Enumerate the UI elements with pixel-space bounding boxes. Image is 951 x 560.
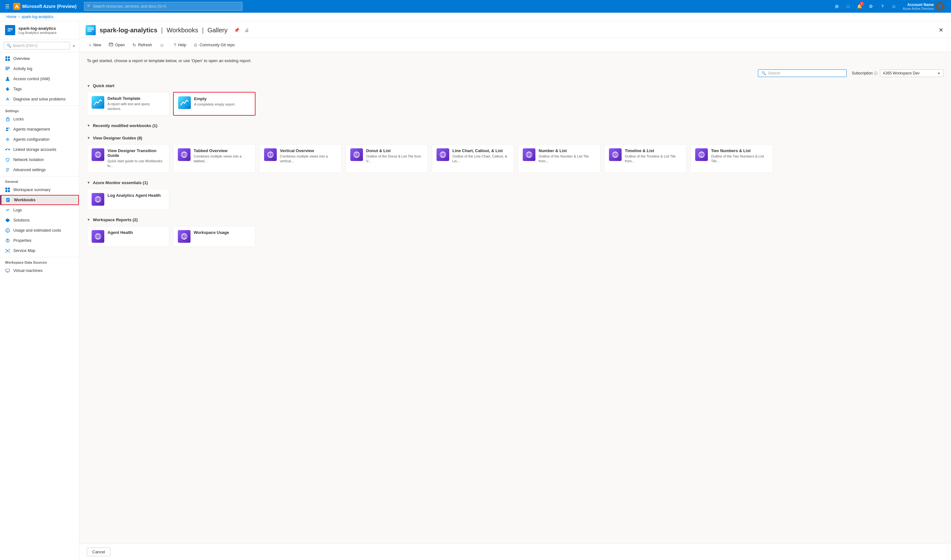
open-button[interactable]: Open — [106, 40, 128, 49]
sidebar-item-properties[interactable]: Properties — [0, 235, 79, 246]
feedback-btn[interactable]: ☺ — [889, 1, 899, 11]
subscription-info-icon[interactable]: ⓘ — [874, 71, 877, 76]
card-vd-transition[interactable]: View Designer Transition Guide Quick sta… — [87, 144, 169, 173]
settings-btn[interactable]: ⚙ — [866, 1, 876, 11]
sidebar-item-overview[interactable]: Overview — [0, 54, 79, 64]
sidebar-search-box[interactable]: 🔍 — [4, 42, 70, 49]
card-default-template[interactable]: Default Template A report with text and … — [87, 92, 169, 116]
sidebar-item-diagnose[interactable]: Diagnose and solve problems — [0, 94, 79, 104]
card-timeline-list-icon — [609, 148, 622, 161]
help-btn[interactable]: ? — [877, 1, 888, 11]
card-tabbed-overview-body: Tabbed Overview Combines multiple views … — [194, 148, 251, 164]
sidebar-item-workspace-summary[interactable]: Workspace summary — [0, 185, 79, 195]
recently-modified-title: Recently modified workbooks (1) — [93, 123, 157, 128]
topbar-search-input[interactable] — [93, 4, 240, 9]
card-vd-transition-icon — [92, 148, 104, 161]
community-button[interactable]: ⊙ Community Git repo — [191, 41, 238, 49]
card-vertical-overview[interactable]: Vertical Overview Combines multiple view… — [259, 144, 342, 173]
sidebar-item-virtual-machines[interactable]: Virtual machines — [0, 266, 79, 276]
sidebar-item-network-isolation[interactable]: Network Isolation — [0, 155, 79, 165]
account-menu[interactable]: Account Name Azure Active Directory 👤 — [900, 1, 947, 12]
view-designer-header[interactable]: ▼ View Designer Guides (8) — [87, 135, 943, 140]
access-control-icon — [5, 76, 10, 82]
sidebar-item-logs[interactable]: Logs — [0, 205, 79, 215]
print-icon[interactable]: 🖨 — [245, 28, 249, 33]
cloud-shell-btn[interactable]: □ — [843, 1, 853, 11]
sidebar-item-workbooks[interactable]: Workbooks — [0, 195, 79, 205]
portal-btn[interactable]: ⊞ — [832, 1, 842, 11]
sidebar-item-advanced-settings[interactable]: Advanced settings — [0, 165, 79, 175]
page-sep2: | — [202, 27, 203, 34]
settings-section-label: Settings — [0, 106, 79, 114]
page-title-row: spark-log-analytics | Workbooks | Galler… — [86, 25, 249, 35]
svg-point-10 — [7, 77, 9, 79]
sidebar-item-service-map[interactable]: Service Map — [0, 246, 79, 256]
topbar-logo-text: Microsoft Azure (Preview) — [22, 4, 76, 9]
sidebar-item-tags-label: Tags — [13, 87, 22, 91]
workspace-reports-header[interactable]: ▼ Workspace Reports (2) — [87, 217, 943, 222]
card-log-analytics-agent-health-body: Log Analytics Agent Health — [108, 193, 165, 199]
card-number-list-body: Number & List Outline of the Number & Li… — [539, 148, 596, 164]
topbar-actions: ⊞ □ 🔔 7 ⚙ ? ☺ Account Name Azure Active … — [832, 1, 947, 12]
sidebar-item-solutions[interactable]: Solutions — [0, 215, 79, 225]
card-agent-health[interactable]: Agent Health — [87, 226, 169, 247]
breadcrumb-home[interactable]: Home — [6, 15, 17, 19]
sidebar-item-usage-costs[interactable]: $ Usage and estimated costs — [0, 225, 79, 235]
sidebar-item-tags[interactable]: Tags — [0, 84, 79, 94]
card-log-analytics-agent-health[interactable]: Log Analytics Agent Health — [87, 189, 169, 210]
pin-icon[interactable]: 📌 — [234, 28, 239, 33]
sidebar-subtitle: Log Analytics workspace — [18, 31, 57, 35]
card-vd-transition-title: View Designer Transition Guide — [108, 148, 165, 158]
sidebar-collapse-btn[interactable]: « — [72, 43, 75, 48]
card-number-list[interactable]: Number & List Outline of the Number & Li… — [518, 144, 600, 173]
sidebar-search-input[interactable] — [13, 43, 67, 48]
view-designer-cards-grid: View Designer Transition Guide Quick sta… — [87, 144, 943, 173]
page-close-btn[interactable]: ✕ — [937, 25, 945, 35]
azure-monitor-header[interactable]: ▼ Azure Monitor essentials (1) — [87, 180, 943, 185]
feedback-button[interactable]: ☺ — [157, 41, 169, 49]
sidebar-item-linked-storage[interactable]: Linked storage accounts — [0, 145, 79, 155]
hamburger-menu[interactable]: ☰ — [4, 2, 11, 11]
recently-modified-section: ▼ Recently modified workbooks (1) — [87, 123, 943, 128]
card-number-list-icon — [523, 148, 536, 161]
refresh-button[interactable]: ↻ Refresh — [129, 41, 155, 49]
recently-modified-header[interactable]: ▼ Recently modified workbooks (1) — [87, 123, 943, 128]
workspace-reports-cards-grid: Agent Health — [87, 226, 943, 247]
card-empty[interactable]: Empty A completely empty report. — [173, 92, 255, 116]
svg-point-37 — [6, 249, 7, 250]
card-donut-list[interactable]: Donut & List Outline of the Donut & List… — [346, 144, 428, 173]
gallery-filter-row: 🔍 Subscription ⓘ A365 Workspace Dev ▼ — [87, 69, 943, 77]
svg-rect-50 — [88, 29, 94, 30]
card-two-numbers-list[interactable]: Two Numbers & List Outline of the Two Nu… — [691, 144, 773, 173]
svg-rect-49 — [88, 28, 94, 29]
sidebar-item-locks[interactable]: Locks — [0, 114, 79, 124]
card-donut-list-desc: Outline of the Donut & List Tile from V.… — [366, 154, 423, 164]
new-button[interactable]: + New — [86, 41, 104, 49]
card-two-numbers-list-body: Two Numbers & List Outline of the Two Nu… — [711, 148, 768, 164]
gallery-search-input[interactable] — [768, 71, 843, 75]
subscription-chevron-icon: ▼ — [937, 72, 940, 75]
notifications-btn[interactable]: 🔔 7 — [855, 1, 865, 11]
workspace-data-sources-label: Workspace Data Sources — [0, 257, 79, 266]
svg-point-15 — [8, 128, 9, 129]
sidebar-item-agents-management[interactable]: Agents management — [0, 124, 79, 134]
sidebar-item-activity-log[interactable]: Activity log — [0, 64, 79, 74]
card-line-chart[interactable]: Line Chart, Callout, & List Outline of t… — [432, 144, 514, 173]
breadcrumb-resource[interactable]: spark-log-analytics — [22, 15, 53, 19]
card-timeline-list[interactable]: Timeline & List Outline of the Timeline … — [604, 144, 686, 173]
sidebar-search-icon: 🔍 — [7, 43, 11, 48]
card-empty-title: Empty — [194, 96, 251, 101]
cancel-button[interactable]: Cancel — [87, 548, 110, 556]
card-tabbed-overview[interactable]: Tabbed Overview Combines multiple views … — [173, 144, 255, 173]
sidebar-item-access-control[interactable]: Access control (IAM) — [0, 74, 79, 84]
sidebar-item-agents-configuration[interactable]: Agents configuration — [0, 134, 79, 145]
topbar-search[interactable]: 🔍 — [84, 2, 243, 11]
gallery-search-box[interactable]: 🔍 — [758, 69, 847, 77]
subscription-select[interactable]: A365 Workspace Dev ▼ — [880, 69, 943, 77]
quick-start-section-header[interactable]: ▼ Quick start — [87, 83, 943, 88]
sidebar-item-agents-management-label: Agents management — [13, 127, 50, 132]
svg-rect-7 — [5, 67, 10, 68]
card-workspace-usage[interactable]: Workspace Usage — [173, 226, 255, 247]
svg-rect-2 — [8, 31, 11, 31]
help-button[interactable]: ? Help — [171, 41, 189, 49]
